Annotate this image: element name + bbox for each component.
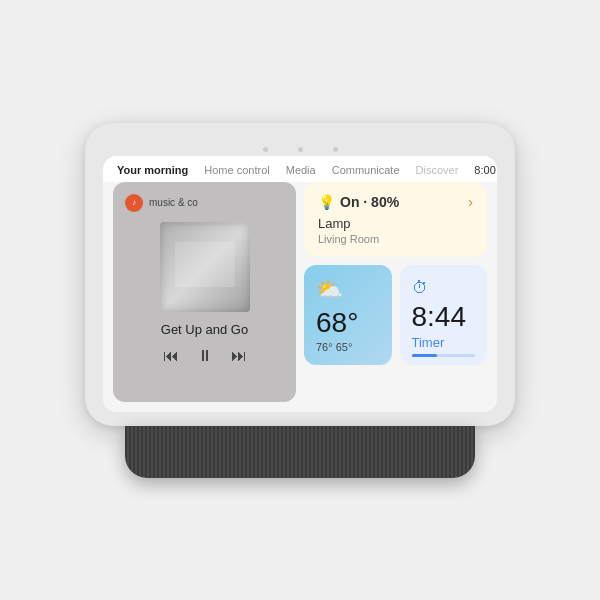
nav-communicate[interactable]: Communicate bbox=[332, 164, 400, 176]
music-icon-symbol: ♪ bbox=[132, 198, 136, 207]
lamp-bulb-icon: 💡 bbox=[318, 194, 335, 210]
weather-icon-row: ⛅ bbox=[316, 277, 380, 303]
lamp-chevron-icon: › bbox=[468, 194, 473, 210]
nav-time: 8:00 bbox=[474, 164, 495, 176]
timer-progress-fill bbox=[412, 354, 437, 357]
timer-icon-row: ⏱ bbox=[412, 279, 476, 297]
lamp-on-text: On · 80% bbox=[340, 194, 399, 210]
nav-bar: Your morning Home control Media Communic… bbox=[103, 156, 497, 182]
mic-dot-left bbox=[263, 147, 268, 152]
lamp-card[interactable]: 💡 On · 80% › Lamp Living Room bbox=[304, 182, 487, 257]
nav-home-control[interactable]: Home control bbox=[204, 164, 269, 176]
song-title: Get Up and Go bbox=[125, 322, 284, 337]
playback-controls: ⏮ ⏸ ⏭ bbox=[125, 347, 284, 365]
right-column: 💡 On · 80% › Lamp Living Room bbox=[304, 182, 487, 365]
next-button[interactable]: ⏭ bbox=[231, 347, 247, 365]
music-source-icon: ♪ bbox=[125, 194, 143, 212]
timer-progress-bar bbox=[412, 354, 476, 357]
weather-cloud-sun-icon: ⛅ bbox=[316, 277, 343, 303]
device-housing: Your morning Home control Media Communic… bbox=[85, 123, 515, 426]
lamp-room: Living Room bbox=[318, 233, 473, 245]
speaker-base bbox=[125, 426, 475, 478]
weather-card[interactable]: ⛅ 68° 76° 65° bbox=[304, 265, 392, 365]
timer-time: 8:44 bbox=[412, 301, 476, 333]
lamp-header: 💡 On · 80% › bbox=[318, 194, 473, 210]
mic-dot-right bbox=[333, 147, 338, 152]
weather-range: 76° 65° bbox=[316, 341, 380, 353]
weather-temperature: 68° bbox=[316, 307, 380, 339]
device-screen: Your morning Home control Media Communic… bbox=[103, 156, 497, 412]
timer-card[interactable]: ⏱ 8:44 Timer bbox=[400, 265, 488, 365]
lamp-name: Lamp bbox=[318, 216, 473, 231]
content-grid: ♪ music & co Get Up and Go ⏮ ⏸ ⏭ bbox=[103, 182, 497, 412]
music-card[interactable]: ♪ music & co Get Up and Go ⏮ ⏸ ⏭ bbox=[113, 182, 296, 402]
mic-indicators bbox=[103, 141, 497, 156]
play-pause-button[interactable]: ⏸ bbox=[197, 347, 213, 365]
google-nest-hub: Your morning Home control Media Communic… bbox=[85, 123, 515, 478]
timer-clock-icon: ⏱ bbox=[412, 279, 428, 297]
mic-dot-center bbox=[298, 147, 303, 152]
music-source-label: music & co bbox=[149, 197, 198, 208]
bottom-row: ⛅ 68° 76° 65° ⏱ 8:44 Timer bbox=[304, 265, 487, 365]
lamp-status-row: 💡 On · 80% bbox=[318, 194, 399, 210]
prev-button[interactable]: ⏮ bbox=[163, 347, 179, 365]
nav-discover[interactable]: Discover bbox=[416, 164, 459, 176]
music-source-row: ♪ music & co bbox=[125, 194, 198, 212]
album-art bbox=[160, 222, 250, 312]
timer-label: Timer bbox=[412, 335, 476, 350]
nav-media[interactable]: Media bbox=[286, 164, 316, 176]
nav-your-morning[interactable]: Your morning bbox=[117, 164, 188, 176]
